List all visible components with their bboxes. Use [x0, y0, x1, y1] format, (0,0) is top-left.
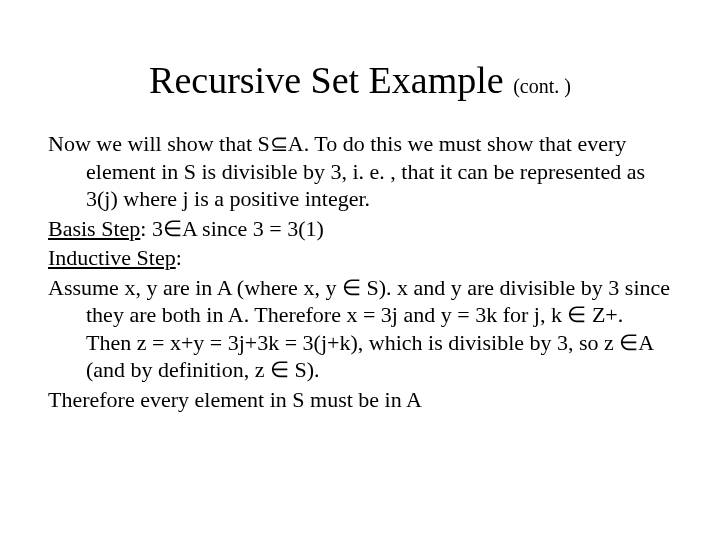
inductive-step-heading: Inductive Step:	[48, 244, 672, 272]
slide: Recursive Set Example (cont. ) Now we wi…	[0, 0, 720, 540]
text: Now we will show that S	[48, 131, 270, 156]
basis-step: Basis Step: 3∈A since 3 = 3(1)	[48, 215, 672, 243]
element-of-icon: ∈	[619, 330, 638, 355]
title-main: Recursive Set Example	[149, 59, 504, 101]
text: : 3	[140, 216, 163, 241]
text: A since 3 = 3(1)	[182, 216, 324, 241]
element-of-icon: ∈	[567, 302, 586, 327]
inductive-step-body: Assume x, y are in A (where x, y ∈ S). x…	[48, 274, 672, 384]
intro-paragraph: Now we will show that S⊆A. To do this we…	[48, 130, 672, 213]
slide-body: Now we will show that S⊆A. To do this we…	[48, 130, 672, 413]
title-cont: (cont. )	[513, 75, 571, 97]
slide-title: Recursive Set Example (cont. )	[48, 58, 672, 102]
basis-step-label: Basis Step	[48, 216, 140, 241]
text: Therefore every element in S must be in …	[48, 387, 422, 412]
conclusion: Therefore every element in S must be in …	[48, 386, 672, 414]
text: Assume x, y are in A (where x, y	[48, 275, 342, 300]
element-of-icon: ∈	[270, 357, 289, 382]
subset-icon: ⊆	[270, 131, 288, 156]
text: S).	[289, 357, 320, 382]
element-of-icon: ∈	[163, 216, 182, 241]
text: :	[176, 245, 182, 270]
inductive-step-label: Inductive Step	[48, 245, 176, 270]
element-of-icon: ∈	[342, 275, 361, 300]
